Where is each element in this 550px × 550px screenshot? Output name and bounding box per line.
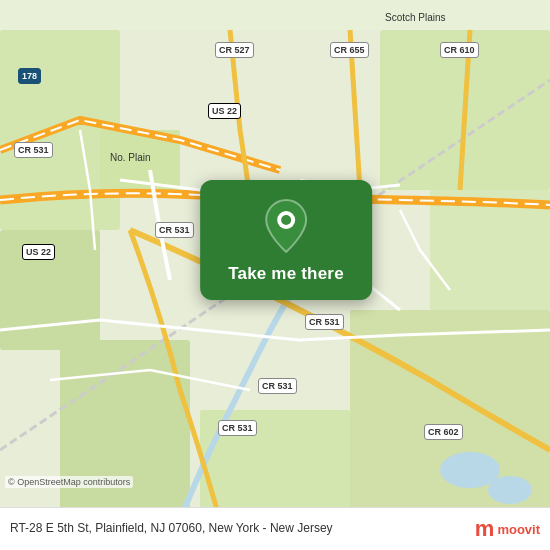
take-me-there-button[interactable]: Take me there [228,264,344,284]
svg-point-9 [440,452,500,488]
shield-us22-top: US 22 [208,103,241,119]
place-label-north-plainfield: No. Plain [110,152,151,164]
osm-attribution: © OpenStreetMap contributors [5,476,133,488]
shield-cr655: CR 655 [330,42,369,58]
shield-cr531-mid: CR 531 [155,222,194,238]
shield-cr527: CR 527 [215,42,254,58]
svg-point-10 [488,476,532,504]
place-label-scotch-plains: Scotch Plains [385,12,446,24]
shield-cr531-left: CR 531 [14,142,53,158]
popup-overlay: Take me there [200,180,372,300]
shield-cr610: CR 610 [440,42,479,58]
moovit-text: moovit [497,522,540,537]
location-pin-icon [264,198,308,254]
shield-cr531-lower2: CR 531 [258,378,297,394]
shield-us22-left: US 22 [22,244,55,260]
map-container: 178 US 22 CR 527 CR 655 CR 610 CR 531 CR… [0,0,550,550]
popup-box: Take me there [200,180,372,300]
shield-i178: 178 [18,68,41,84]
moovit-m-icon: m [475,516,495,542]
address-text: RT-28 E 5th St, Plainfield, NJ 07060, Ne… [10,521,467,537]
shield-cr531-lower3: CR 531 [218,420,257,436]
shield-cr531-lower1: CR 531 [305,314,344,330]
bottom-bar: RT-28 E 5th St, Plainfield, NJ 07060, Ne… [0,507,550,550]
svg-point-13 [281,215,291,225]
shield-cr602: CR 602 [424,424,463,440]
moovit-logo: m moovit [475,516,540,542]
